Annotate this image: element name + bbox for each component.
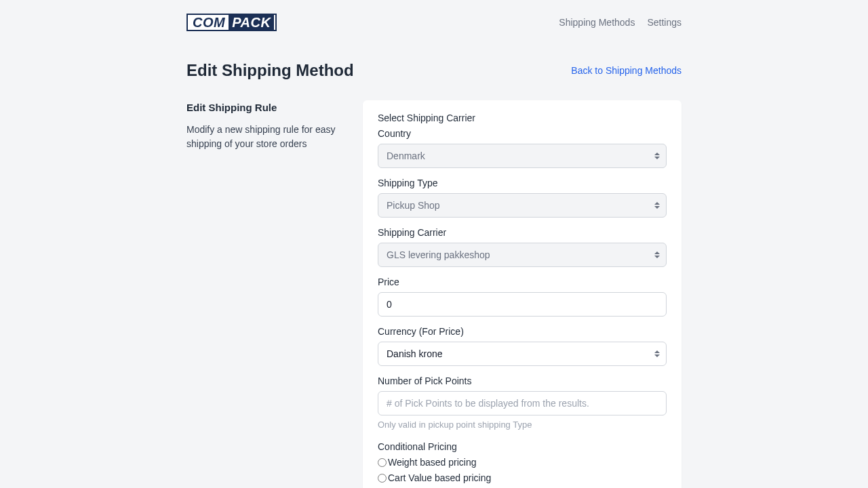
weight-pricing-label: Weight based pricing [388,455,476,470]
cart-value-pricing-option[interactable]: Cart Value based pricing [378,471,667,485]
nav-settings[interactable]: Settings [647,16,682,30]
pick-points-input[interactable] [378,391,667,415]
brand-logo: COM PACK [186,14,277,31]
sidebar-description: Modify a new shipping rule for easy ship… [186,123,342,151]
conditional-pricing-title: Conditional Pricing [378,440,667,454]
sidebar-title: Edit Shipping Rule [186,100,342,116]
brand-segment-b: PACK [229,15,274,30]
shipping-carrier-value: GLS levering pakkeshop [387,248,490,262]
weight-pricing-option[interactable]: Weight based pricing [378,455,667,470]
cart-value-pricing-label: Cart Value based pricing [388,471,491,485]
shipping-type-value: Pickup Shop [387,199,440,213]
shipping-carrier-select[interactable]: GLS levering pakkeshop [378,243,667,267]
shipping-type-select[interactable]: Pickup Shop [378,193,667,218]
header: COM PACK Shipping Methods Settings [186,14,682,31]
form-card: Select Shipping Carrier Country Denmark … [363,100,682,488]
country-value: Denmark [387,149,425,163]
country-select[interactable]: Denmark [378,144,667,168]
cart-value-pricing-radio[interactable] [378,474,387,483]
page-title: Edit Shipping Method [186,58,354,83]
currency-label: Currency (For Price) [378,325,667,339]
back-to-shipping-methods-link[interactable]: Back to Shipping Methods [571,64,682,78]
sidebar: Edit Shipping Rule Modify a new shipping… [186,100,342,151]
weight-pricing-radio[interactable] [378,458,387,467]
nav-shipping-methods[interactable]: Shipping Methods [559,16,635,30]
country-label: Country [378,127,667,141]
titlebar: Edit Shipping Method Back to Shipping Me… [186,58,682,83]
shipping-carrier-label: Shipping Carrier [378,226,667,240]
shipping-type-label: Shipping Type [378,176,667,190]
price-label: Price [378,275,667,289]
brand-segment-a: COM [189,15,229,30]
top-nav: Shipping Methods Settings [559,16,682,30]
pick-points-label: Number of Pick Points [378,374,667,388]
pick-points-hint: Only valid in pickup point shipping Type [378,418,667,432]
price-input[interactable] [378,292,667,317]
section-label: Select Shipping Carrier [378,111,667,125]
currency-select[interactable]: Danish krone [378,342,667,366]
currency-value: Danish krone [387,347,443,361]
